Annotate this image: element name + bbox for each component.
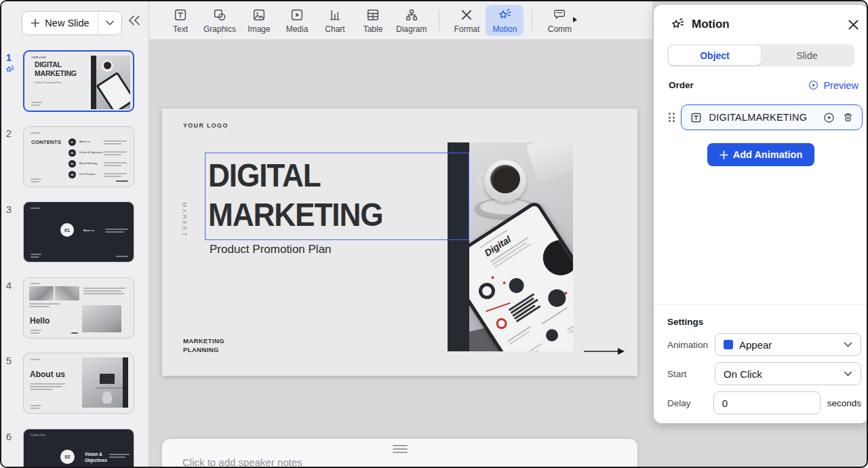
notes-drag-handle[interactable]	[393, 445, 408, 453]
motion-icon	[497, 7, 512, 22]
toolbar-table-button[interactable]: Table	[354, 5, 392, 36]
placeholder-bar	[104, 151, 127, 153]
thumb2-item-label: Vision & Objectives	[79, 151, 103, 153]
tab-slide[interactable]: Slide	[761, 45, 853, 65]
slide-logo-text[interactable]: YOUR LOGO	[183, 122, 229, 129]
plus-icon	[31, 18, 40, 28]
slide-photo[interactable]: Digital	[469, 142, 573, 351]
chart-icon	[328, 7, 342, 22]
toolbar-label: Motion	[492, 24, 517, 34]
chevron-down-icon	[844, 342, 852, 348]
toolbar-label: Media	[286, 24, 309, 34]
add-animation-button[interactable]: Add Animation	[707, 143, 814, 166]
toolbar-text-button[interactable]: Text	[161, 5, 199, 36]
toolbar-media-button[interactable]: Media	[278, 5, 316, 36]
slide-sidebar: New Slide 1 YOUR LOGO DIGITALMARKETING P…	[1, 1, 149, 467]
animation-row-label: Animation	[667, 340, 715, 350]
collapse-sidebar-button[interactable]	[127, 15, 141, 26]
slide-thumbnail-6[interactable]: YOUR LOGO 02 Vision &Objectives	[23, 429, 134, 468]
photo-detail	[123, 357, 128, 408]
slide-subtitle-text[interactable]: Product Promotion Plan	[210, 243, 332, 256]
placeholder-bar	[104, 165, 121, 166]
motion-badge-icon	[5, 64, 15, 75]
placeholder-bar	[104, 154, 121, 155]
preview-label: Preview	[823, 80, 859, 91]
toolbar-graphics-button[interactable]: Graphics	[199, 5, 240, 36]
slide-thumbnail-3[interactable]: 01 About us	[23, 201, 134, 262]
chevrons-left-icon	[127, 15, 141, 26]
slide-thumbnail-1[interactable]: YOUR LOGO DIGITALMARKETING Product Promo…	[23, 50, 134, 112]
slide-number-5: 5	[1, 355, 16, 366]
thumb4-photo	[82, 305, 121, 332]
app-window: New Slide 1 YOUR LOGO DIGITALMARKETING P…	[0, 0, 868, 468]
start-setting-row: Start On Click	[667, 362, 861, 385]
settings-label: Settings	[667, 317, 861, 327]
toolbar-image-button[interactable]: Image	[240, 5, 278, 36]
toolbar-format-button[interactable]: Format	[448, 5, 486, 36]
photo-red-line	[486, 303, 511, 312]
placeholder-bar	[83, 293, 124, 294]
start-select[interactable]: On Click	[715, 362, 861, 385]
placeholder-bar	[104, 173, 127, 174]
toolbar-label: Diagram	[396, 24, 427, 34]
play-circle-icon[interactable]	[823, 111, 835, 124]
slide-canvas[interactable]: YOUR LOGO MARKET Digital	[162, 109, 637, 376]
close-icon[interactable]	[846, 18, 861, 32]
delay-input[interactable]	[713, 391, 821, 414]
thumb1-logo: YOUR LOGO	[31, 56, 46, 58]
photo-detail	[102, 391, 112, 404]
delay-row-label: Delay	[667, 398, 713, 408]
preview-button[interactable]: Preview	[808, 79, 859, 91]
thumb2-item-num: 02	[68, 149, 76, 157]
placeholder-bar	[567, 315, 573, 330]
animation-select[interactable]: Appear	[715, 333, 861, 356]
toolbar-chart-button[interactable]: Chart	[316, 5, 354, 36]
placeholder-bar	[104, 176, 121, 177]
speaker-notes-panel[interactable]: Click to add speaker notes	[162, 439, 637, 468]
placeholder-bar	[71, 332, 78, 334]
slide-side-text[interactable]: MARKET	[181, 202, 188, 238]
slide-thumbnail-2[interactable]: CONTENTS 01 About us 02 Vision & Objecti…	[23, 126, 134, 187]
image-icon	[252, 7, 267, 22]
new-slide-dropdown[interactable]	[98, 12, 121, 35]
play-circle-icon	[808, 79, 819, 91]
speaker-notes-placeholder[interactable]: Click to add speaker notes	[182, 456, 302, 468]
animation-setting-row: Animation Appear	[667, 333, 861, 356]
slide-footer-text[interactable]: MARKETING PLANNING	[183, 336, 224, 354]
photo-chart-circle	[506, 275, 526, 296]
placeholder-bar	[83, 290, 121, 292]
photo-red-dot	[491, 275, 495, 279]
slide-title-text[interactable]: DIGITAL MARKETING	[208, 156, 398, 235]
photo-chart-circle	[545, 286, 569, 310]
placeholder-bar	[31, 254, 41, 255]
thumb2-item-num: 04	[68, 171, 76, 178]
order-label: Order	[669, 80, 694, 90]
slide-thumbnail-4[interactable]: Hello	[23, 277, 134, 338]
placeholder-bar	[29, 303, 60, 305]
toolbar-divider	[439, 10, 439, 31]
placeholder-bar	[31, 181, 39, 182]
tab-object[interactable]: Object	[669, 45, 761, 65]
arrow-right-icon[interactable]	[584, 347, 625, 355]
photo-tablet: Digital	[469, 199, 573, 351]
animation-item[interactable]: DIGITALMARKETING	[681, 104, 863, 130]
drag-handle[interactable]	[669, 113, 675, 122]
placeholder-bar	[116, 180, 128, 182]
photo-detail	[91, 56, 96, 109]
placeholder-bar	[105, 231, 124, 233]
trash-icon[interactable]	[842, 111, 854, 123]
photo-chart-circle	[536, 233, 573, 282]
slide-number-6: 6	[1, 431, 16, 442]
toolbar-comments-button[interactable]: Comm	[540, 5, 578, 36]
thumb3-num: 01	[60, 223, 74, 237]
text-icon	[173, 7, 188, 22]
slide-thumbnail-5[interactable]: About us	[23, 353, 134, 414]
placeholder-bar	[542, 307, 568, 324]
new-slide-main[interactable]: New Slide	[22, 12, 98, 35]
placeholder-bar	[30, 386, 62, 387]
thumb2-title: CONTENTS	[31, 139, 61, 145]
toolbar-label: Table	[363, 24, 383, 34]
toolbar-diagram-button[interactable]: Diagram	[392, 5, 431, 36]
toolbar-motion-button[interactable]: Motion	[486, 5, 524, 36]
new-slide-button[interactable]: New Slide	[22, 11, 122, 35]
